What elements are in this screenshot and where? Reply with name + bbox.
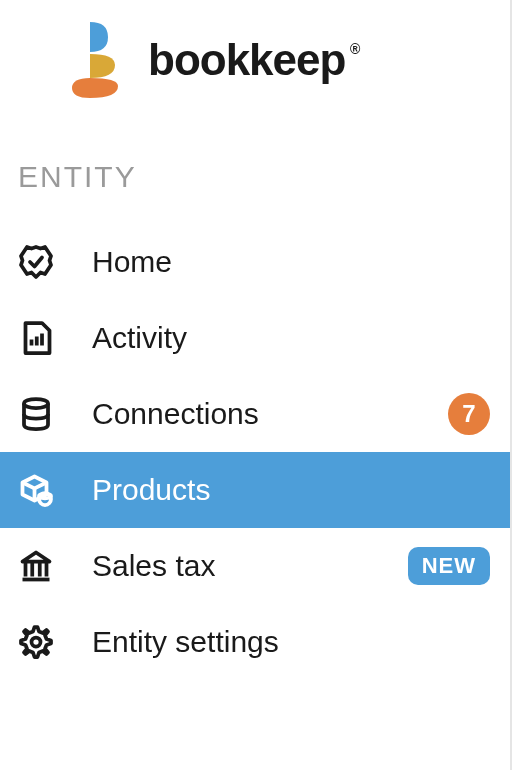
nav-item-home[interactable]: Home bbox=[0, 224, 510, 300]
bank-icon bbox=[16, 546, 56, 586]
badge-count: 7 bbox=[448, 393, 490, 435]
svg-point-12 bbox=[32, 638, 41, 647]
svg-point-3 bbox=[24, 399, 48, 408]
nav-item-label: Home bbox=[92, 245, 172, 279]
brand-name: bookkeep bbox=[148, 35, 345, 84]
badge-new: NEW bbox=[408, 547, 490, 585]
nav-item-connections[interactable]: Connections 7 bbox=[0, 376, 510, 452]
nav-item-sales-tax[interactable]: Sales tax NEW bbox=[0, 528, 510, 604]
logo-text: bookkeep® bbox=[148, 35, 345, 85]
registered-mark: ® bbox=[350, 41, 359, 57]
nav-item-label: Entity settings bbox=[92, 625, 279, 659]
logo-area: bookkeep® bbox=[0, 0, 510, 160]
nav-item-activity[interactable]: Activity bbox=[0, 300, 510, 376]
nav-item-products[interactable]: Products bbox=[0, 452, 510, 528]
nav-item-label: Connections bbox=[92, 397, 259, 431]
logo-mark bbox=[70, 20, 130, 100]
nav-item-label: Sales tax bbox=[92, 549, 215, 583]
nav-item-label: Products bbox=[92, 473, 210, 507]
nav-item-label: Activity bbox=[92, 321, 187, 355]
database-icon bbox=[16, 394, 56, 434]
products-icon bbox=[16, 470, 56, 510]
chart-icon bbox=[16, 318, 56, 358]
nav-item-entity-settings[interactable]: Entity settings bbox=[0, 604, 510, 680]
gear-icon bbox=[16, 622, 56, 662]
section-label: ENTITY bbox=[0, 160, 510, 224]
check-badge-icon bbox=[16, 242, 56, 282]
